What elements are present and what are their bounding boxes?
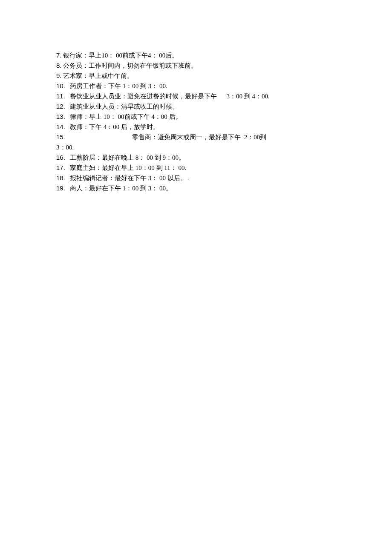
item-number: 15.	[56, 133, 65, 141]
item-text: 餐饮业从业人员业：避免在进餐的时候，最好是下午 3：00 到 4：00.	[65, 93, 270, 100]
item-number: 8.	[56, 62, 62, 69]
list-item: 14. 教师：下午 4：00 后，放学时。	[56, 122, 337, 132]
list-item: 11. 餐饮业从业人员业：避免在进餐的时候，最好是下午 3：00 到 4：00.	[56, 91, 337, 101]
item-text: 报社编辑记者：最好在下午 3： 00 以后。 .	[65, 175, 190, 181]
item-text: 艺术家：早上或中午前。	[62, 72, 134, 79]
list-item: 16. 工薪阶层：最好在晚上 8： 00 到 9：00。	[56, 152, 337, 163]
item-number: 18.	[56, 174, 65, 181]
list-item: 13. 律师：早上 10： 00前或下午 4：00 后。	[56, 112, 337, 122]
item-number: 17.	[56, 164, 65, 171]
list-item: 9. 艺术家：早上或中午前。	[56, 71, 337, 81]
list-item: 17. 家庭主妇：最好在早上 10：00 到 11： 00.	[56, 163, 337, 173]
item-text: 3：00.	[56, 144, 74, 151]
list-item: 19. 商人：最好在下午 1：00 到 3： 00。	[56, 183, 337, 193]
item-text: 工薪阶层：最好在晚上 8： 00 到 9：00。	[65, 154, 185, 161]
item-text: 建筑业从业人员：清早或收工的时候。	[65, 103, 179, 110]
list-item: 15. 零售商：避免周末或周一，最好是下午 2：00到	[56, 132, 337, 142]
item-number: 10.	[56, 82, 65, 89]
item-number: 19.	[56, 184, 65, 192]
item-text: 商人：最好在下午 1：00 到 3： 00。	[65, 185, 172, 192]
item-number: 16.	[56, 154, 65, 161]
document-content: 7. 银行家：早上10： 00前或下午4： 00后。 8. 公务员：工作时间内，…	[56, 50, 337, 193]
item-number: 9.	[56, 72, 62, 79]
item-text: 家庭主妇：最好在早上 10：00 到 11： 00.	[65, 164, 186, 171]
item-number: 14.	[56, 123, 65, 130]
item-text: 教师：下午 4：00 后，放学时。	[65, 124, 159, 130]
item-text: 律师：早上 10： 00前或下午 4：00 后。	[65, 113, 182, 120]
list-item: 18. 报社编辑记者：最好在下午 3： 00 以后。 .	[56, 173, 337, 183]
item-text: 药房工作者：下午 1：00 到 3： 00.	[65, 83, 167, 89]
list-item: 7. 银行家：早上10： 00前或下午4： 00后。	[56, 50, 337, 60]
list-item: 10. 药房工作者：下午 1：00 到 3： 00.	[56, 81, 337, 91]
list-item: 3：00.	[56, 142, 337, 152]
item-text: 公务员：工作时间内，切勿在午饭前或下班前。	[62, 62, 198, 69]
item-text: 银行家：早上10： 00前或下午4： 00后。	[62, 52, 179, 59]
item-number: 11.	[56, 92, 65, 100]
item-number: 7.	[56, 52, 62, 59]
item-number: 12.	[56, 103, 65, 110]
list-item: 12. 建筑业从业人员：清早或收工的时候。	[56, 101, 337, 112]
list-item: 8. 公务员：工作时间内，切勿在午饭前或下班前。	[56, 60, 337, 71]
item-text: 零售商：避免周末或周一，最好是下午 2：00到	[65, 134, 267, 141]
item-number: 13.	[56, 113, 65, 120]
